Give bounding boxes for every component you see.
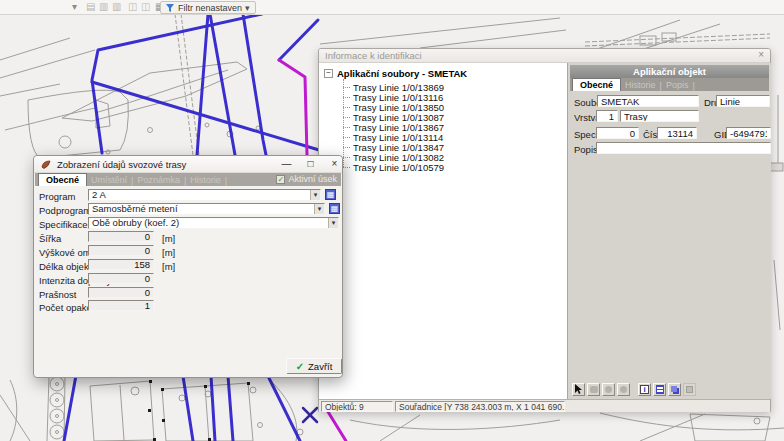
- tab-historie[interactable]: Historie: [186, 174, 225, 186]
- tree-stub: [343, 107, 350, 108]
- sirka-unit: [m]: [162, 233, 175, 244]
- druh-field[interactable]: [716, 95, 770, 107]
- application-window: ▾ ▤ ▥ ▥ ◫ ◫ ▦ Filtr nenastaven ▾ Informa…: [0, 0, 784, 441]
- attributes-icon: [656, 385, 664, 394]
- tree-item-8[interactable]: Trasy Linie 1/0/10579: [343, 162, 444, 172]
- toolbar-dropdown-caret-icon[interactable]: ▾: [72, 1, 77, 12]
- tree-stub: [343, 167, 350, 168]
- specif-field[interactable]: [596, 127, 639, 139]
- intenzita-dopravy-field[interactable]: [88, 273, 154, 284]
- info-window-close-icon[interactable]: ×: [758, 49, 764, 60]
- tree-stub: [343, 97, 350, 98]
- identification-info-titlebar[interactable]: Informace k identifikaci ×: [319, 49, 770, 63]
- tree-item-0[interactable]: Trasy Linie 1/0/13869: [343, 82, 444, 92]
- extra-button[interactable]: [683, 383, 696, 396]
- sirka-field[interactable]: [88, 231, 154, 242]
- pan-hand-button[interactable]: [587, 383, 600, 396]
- zoom-out-button[interactable]: [617, 383, 630, 396]
- close-check-icon: ✓: [296, 361, 304, 372]
- route-data-dialog: Zobrazení údajů svozové trasy — □ × Obec…: [33, 155, 343, 378]
- program-combo-caret-icon[interactable]: ▾: [310, 190, 320, 200]
- tab-obecne[interactable]: Obecné: [38, 173, 87, 186]
- cursor-arrow-icon: [574, 384, 583, 395]
- close-icon[interactable]: ×: [325, 157, 344, 171]
- tree-stub: [343, 137, 350, 138]
- page-back-icon[interactable]: ▥: [112, 1, 121, 12]
- pocet-opakovani-field[interactable]: [88, 300, 154, 311]
- tree-stub: [343, 147, 350, 148]
- gid-field[interactable]: [726, 127, 771, 139]
- specifikace-combo[interactable]: Obě obruby (koef. 2) ▾: [88, 217, 339, 229]
- delka-objektu-field[interactable]: [88, 259, 154, 270]
- tab-obecne[interactable]: Obecné: [572, 78, 621, 91]
- tab-separator: |: [692, 81, 694, 91]
- program-value: 2 A: [92, 189, 106, 200]
- tree-item-3[interactable]: Trasy Linie 1/0/13087: [343, 112, 444, 122]
- maximize-icon[interactable]: □: [301, 157, 320, 171]
- status-coordinates: Souřadnice [Y 738 243.003 m, X 1 041 690…: [395, 401, 565, 412]
- program-label: Program: [39, 191, 75, 202]
- zoom-in-icon: [605, 386, 612, 393]
- paste-icon[interactable]: ◫: [141, 1, 150, 12]
- vyskove-omezeni-unit: [m]: [162, 247, 175, 258]
- linked-objects-button[interactable]: [668, 383, 681, 396]
- object-panel-tabs: Obecné Historie | Popis |: [570, 78, 769, 91]
- tab-popis[interactable]: Popis: [662, 79, 693, 91]
- program-combo[interactable]: 2 A ▾: [88, 189, 321, 201]
- tree-item-7[interactable]: Trasy Linie 1/0/13082: [343, 152, 444, 162]
- select-cursor-button[interactable]: [572, 383, 585, 396]
- info-button[interactable]: i: [638, 383, 651, 396]
- tree-item-label: Trasy Linie 1/0/10579: [353, 162, 444, 173]
- cislo-field[interactable]: [657, 127, 697, 139]
- tree-collapse-icon[interactable]: −: [324, 69, 333, 78]
- status-objects: Objektů: 9: [321, 401, 393, 412]
- tree-item-2[interactable]: Trasy Linie 1/0/13850: [343, 102, 444, 112]
- tree-root-node[interactable]: Aplikační soubory - SMETAK: [337, 68, 467, 79]
- object-panel-toolbar: i: [570, 382, 769, 397]
- sirka-label: Šířka: [39, 233, 61, 244]
- prasnost-field[interactable]: [88, 287, 154, 298]
- tab-umisteni[interactable]: Umístění: [87, 174, 131, 186]
- tree-item-1[interactable]: Trasy Linie 1/0/13116: [343, 92, 443, 102]
- tab-poznamka[interactable]: Poznámka: [133, 174, 184, 186]
- podprogram-combo-caret-icon[interactable]: ▾: [314, 204, 324, 214]
- minimize-icon[interactable]: —: [277, 157, 296, 171]
- copy-icon[interactable]: ◫: [128, 1, 137, 12]
- filter-label: Filtr nenastaven: [178, 3, 242, 13]
- vyskove-omezeni-field[interactable]: [88, 245, 154, 256]
- tree-item-6[interactable]: Trasy Linie 1/0/13847: [343, 142, 444, 152]
- info-icon: i: [640, 385, 649, 394]
- page-forward-icon[interactable]: ▥: [99, 1, 108, 12]
- active-segment-indicator[interactable]: ✓ Aktivní úsek: [276, 174, 337, 184]
- podprogram-lookup-button[interactable]: ▦: [329, 203, 340, 214]
- soubor-field[interactable]: [597, 95, 699, 107]
- tree-item-4[interactable]: Trasy Linie 1/0/13867: [343, 122, 444, 132]
- podprogram-combo[interactable]: Samosběrné metení ▾: [88, 203, 325, 215]
- tree-stub: [343, 157, 350, 158]
- hand-icon: [590, 386, 598, 393]
- filter-button[interactable]: Filtr nenastaven ▾: [160, 1, 256, 14]
- vrstva-number-field[interactable]: [596, 110, 618, 122]
- tab-historie[interactable]: Historie: [621, 79, 660, 91]
- tree-item-5[interactable]: Trasy Linie 1/0/13114: [343, 132, 443, 142]
- identification-info-window: Informace k identifikaci × − Aplikační s…: [318, 48, 771, 412]
- podprogram-value: Samosběrné metení: [92, 203, 178, 214]
- vrstva-name-field[interactable]: [620, 110, 699, 122]
- specifikace-combo-caret-icon[interactable]: ▾: [328, 218, 338, 228]
- object-panel-title: Aplikační objekt: [570, 65, 769, 78]
- document-icon[interactable]: ▤: [86, 1, 95, 12]
- podprogram-label: Podprogram: [39, 205, 91, 216]
- tree-stub: [343, 117, 350, 118]
- status-bar: Objektů: 9 Souřadnice [Y 738 243.003 m, …: [319, 399, 770, 412]
- tree-stub: [343, 87, 350, 88]
- zoom-out-icon: [620, 386, 627, 393]
- main-toolbar: ▾ ▤ ▥ ▥ ◫ ◫ ▦ Filtr nenastaven ▾: [0, 0, 784, 15]
- program-lookup-button[interactable]: ▦: [325, 189, 336, 200]
- active-segment-check-icon: ✓: [276, 175, 285, 184]
- popiska-field[interactable]: [596, 142, 771, 154]
- attributes-button[interactable]: [653, 383, 666, 396]
- zoom-in-button[interactable]: [602, 383, 615, 396]
- close-dialog-button[interactable]: ✓ Zavřít: [286, 358, 342, 374]
- dialog-titlebar[interactable]: Zobrazení údajů svozové trasy — □ ×: [34, 156, 342, 173]
- dialog-title: Zobrazení údajů svozové trasy: [57, 159, 186, 170]
